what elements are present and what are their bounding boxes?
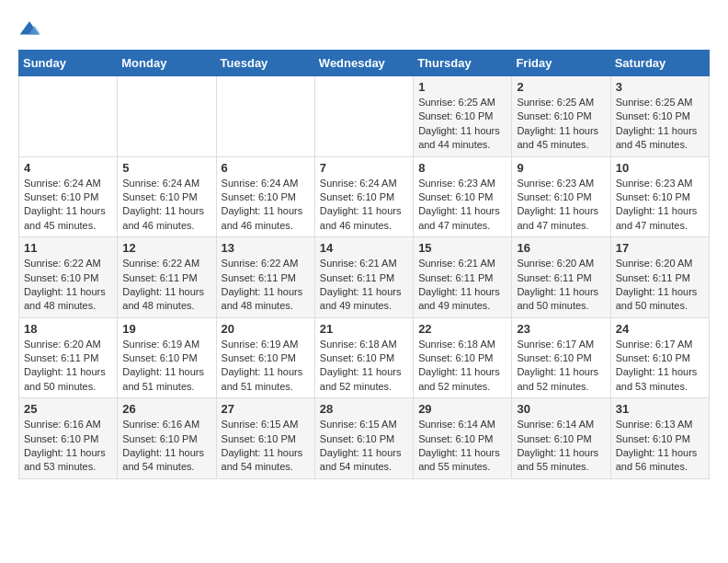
day-info: Sunrise: 6:20 AM Sunset: 6:11 PM Dayligh…	[24, 338, 112, 395]
day-info: Sunrise: 6:24 AM Sunset: 6:10 PM Dayligh…	[320, 177, 408, 234]
day-number: 4	[24, 161, 112, 175]
day-info: Sunrise: 6:17 AM Sunset: 6:10 PM Dayligh…	[616, 338, 704, 395]
week-row-1: 1Sunrise: 6:25 AM Sunset: 6:10 PM Daylig…	[19, 76, 710, 157]
header-day-tuesday: Tuesday	[216, 51, 314, 76]
calendar-cell: 5Sunrise: 6:24 AM Sunset: 6:10 PM Daylig…	[118, 156, 216, 237]
week-row-2: 4Sunrise: 6:24 AM Sunset: 6:10 PM Daylig…	[19, 156, 710, 237]
day-number: 15	[418, 241, 506, 255]
calendar-cell: 28Sunrise: 6:15 AM Sunset: 6:10 PM Dayli…	[314, 398, 413, 479]
day-info: Sunrise: 6:25 AM Sunset: 6:10 PM Dayligh…	[616, 96, 704, 153]
calendar-cell: 2Sunrise: 6:25 AM Sunset: 6:10 PM Daylig…	[512, 76, 610, 157]
day-info: Sunrise: 6:22 AM Sunset: 6:10 PM Dayligh…	[24, 257, 112, 314]
day-info: Sunrise: 6:24 AM Sunset: 6:10 PM Dayligh…	[222, 177, 310, 234]
day-info: Sunrise: 6:23 AM Sunset: 6:10 PM Dayligh…	[616, 177, 704, 234]
day-number: 8	[418, 161, 506, 175]
day-info: Sunrise: 6:24 AM Sunset: 6:10 PM Dayligh…	[122, 177, 210, 234]
day-info: Sunrise: 6:19 AM Sunset: 6:10 PM Dayligh…	[122, 338, 210, 395]
day-number: 28	[320, 402, 408, 416]
day-info: Sunrise: 6:13 AM Sunset: 6:10 PM Dayligh…	[616, 418, 704, 475]
day-number: 3	[616, 80, 704, 94]
day-info: Sunrise: 6:22 AM Sunset: 6:11 PM Dayligh…	[222, 257, 310, 314]
calendar-cell: 31Sunrise: 6:13 AM Sunset: 6:10 PM Dayli…	[610, 398, 709, 479]
header-day-monday: Monday	[118, 51, 216, 76]
day-number: 16	[517, 241, 605, 255]
day-number: 2	[517, 80, 605, 94]
day-info: Sunrise: 6:23 AM Sunset: 6:10 PM Dayligh…	[517, 177, 605, 234]
week-row-5: 25Sunrise: 6:16 AM Sunset: 6:10 PM Dayli…	[19, 398, 710, 479]
header-day-wednesday: Wednesday	[314, 51, 413, 76]
calendar-cell: 9Sunrise: 6:23 AM Sunset: 6:10 PM Daylig…	[512, 156, 610, 237]
page-header	[18, 18, 710, 40]
day-info: Sunrise: 6:25 AM Sunset: 6:10 PM Dayligh…	[517, 96, 605, 153]
calendar-cell: 13Sunrise: 6:22 AM Sunset: 6:11 PM Dayli…	[216, 237, 314, 318]
logo	[18, 18, 44, 40]
day-number: 6	[222, 161, 310, 175]
day-number: 31	[616, 402, 704, 416]
calendar-header: SundayMondayTuesdayWednesdayThursdayFrid…	[19, 51, 710, 76]
calendar-cell: 15Sunrise: 6:21 AM Sunset: 6:11 PM Dayli…	[414, 237, 512, 318]
day-number: 11	[24, 241, 112, 255]
calendar-table: SundayMondayTuesdayWednesdayThursdayFrid…	[18, 50, 710, 479]
day-number: 19	[122, 322, 210, 336]
calendar-cell: 3Sunrise: 6:25 AM Sunset: 6:10 PM Daylig…	[610, 76, 709, 157]
day-number: 5	[122, 161, 210, 175]
header-day-sunday: Sunday	[19, 51, 118, 76]
calendar-cell	[118, 76, 216, 157]
day-number: 18	[24, 322, 112, 336]
calendar-cell: 14Sunrise: 6:21 AM Sunset: 6:11 PM Dayli…	[314, 237, 413, 318]
day-info: Sunrise: 6:14 AM Sunset: 6:10 PM Dayligh…	[517, 418, 605, 475]
calendar-cell: 8Sunrise: 6:23 AM Sunset: 6:10 PM Daylig…	[414, 156, 512, 237]
calendar-cell: 18Sunrise: 6:20 AM Sunset: 6:11 PM Dayli…	[19, 317, 118, 398]
calendar-cell: 30Sunrise: 6:14 AM Sunset: 6:10 PM Dayli…	[512, 398, 610, 479]
calendar-cell: 21Sunrise: 6:18 AM Sunset: 6:10 PM Dayli…	[314, 317, 413, 398]
day-number: 17	[616, 241, 704, 255]
logo-icon	[18, 18, 40, 40]
calendar-cell: 12Sunrise: 6:22 AM Sunset: 6:11 PM Dayli…	[118, 237, 216, 318]
header-day-saturday: Saturday	[610, 51, 709, 76]
day-info: Sunrise: 6:21 AM Sunset: 6:11 PM Dayligh…	[320, 257, 408, 314]
day-number: 13	[222, 241, 310, 255]
calendar-cell: 24Sunrise: 6:17 AM Sunset: 6:10 PM Dayli…	[610, 317, 709, 398]
day-number: 22	[418, 322, 506, 336]
day-info: Sunrise: 6:14 AM Sunset: 6:10 PM Dayligh…	[418, 418, 506, 475]
calendar-cell: 10Sunrise: 6:23 AM Sunset: 6:10 PM Dayli…	[610, 156, 709, 237]
day-info: Sunrise: 6:15 AM Sunset: 6:10 PM Dayligh…	[320, 418, 408, 475]
calendar-cell: 7Sunrise: 6:24 AM Sunset: 6:10 PM Daylig…	[314, 156, 413, 237]
calendar-cell: 16Sunrise: 6:20 AM Sunset: 6:11 PM Dayli…	[512, 237, 610, 318]
day-info: Sunrise: 6:15 AM Sunset: 6:10 PM Dayligh…	[222, 418, 310, 475]
calendar-cell	[216, 76, 314, 157]
day-info: Sunrise: 6:23 AM Sunset: 6:10 PM Dayligh…	[418, 177, 506, 234]
day-info: Sunrise: 6:24 AM Sunset: 6:10 PM Dayligh…	[24, 177, 112, 234]
day-number: 29	[418, 402, 506, 416]
day-info: Sunrise: 6:20 AM Sunset: 6:11 PM Dayligh…	[517, 257, 605, 314]
day-number: 7	[320, 161, 408, 175]
header-day-friday: Friday	[512, 51, 610, 76]
day-info: Sunrise: 6:18 AM Sunset: 6:10 PM Dayligh…	[320, 338, 408, 395]
day-number: 23	[517, 322, 605, 336]
calendar-cell	[19, 76, 118, 157]
day-number: 10	[616, 161, 704, 175]
day-number: 27	[222, 402, 310, 416]
day-info: Sunrise: 6:17 AM Sunset: 6:10 PM Dayligh…	[517, 338, 605, 395]
calendar-body: 1Sunrise: 6:25 AM Sunset: 6:10 PM Daylig…	[19, 76, 710, 479]
day-number: 25	[24, 402, 112, 416]
day-number: 12	[122, 241, 210, 255]
day-number: 26	[122, 402, 210, 416]
day-info: Sunrise: 6:19 AM Sunset: 6:10 PM Dayligh…	[222, 338, 310, 395]
calendar-cell: 4Sunrise: 6:24 AM Sunset: 6:10 PM Daylig…	[19, 156, 118, 237]
header-day-thursday: Thursday	[414, 51, 512, 76]
day-info: Sunrise: 6:22 AM Sunset: 6:11 PM Dayligh…	[122, 257, 210, 314]
week-row-4: 18Sunrise: 6:20 AM Sunset: 6:11 PM Dayli…	[19, 317, 710, 398]
day-info: Sunrise: 6:16 AM Sunset: 6:10 PM Dayligh…	[122, 418, 210, 475]
day-info: Sunrise: 6:20 AM Sunset: 6:11 PM Dayligh…	[616, 257, 704, 314]
calendar-cell	[314, 76, 413, 157]
day-info: Sunrise: 6:18 AM Sunset: 6:10 PM Dayligh…	[418, 338, 506, 395]
calendar-cell: 19Sunrise: 6:19 AM Sunset: 6:10 PM Dayli…	[118, 317, 216, 398]
day-number: 24	[616, 322, 704, 336]
calendar-cell: 25Sunrise: 6:16 AM Sunset: 6:10 PM Dayli…	[19, 398, 118, 479]
calendar-cell: 27Sunrise: 6:15 AM Sunset: 6:10 PM Dayli…	[216, 398, 314, 479]
day-info: Sunrise: 6:25 AM Sunset: 6:10 PM Dayligh…	[418, 96, 506, 153]
calendar-cell: 20Sunrise: 6:19 AM Sunset: 6:10 PM Dayli…	[216, 317, 314, 398]
day-number: 21	[320, 322, 408, 336]
calendar-cell: 6Sunrise: 6:24 AM Sunset: 6:10 PM Daylig…	[216, 156, 314, 237]
